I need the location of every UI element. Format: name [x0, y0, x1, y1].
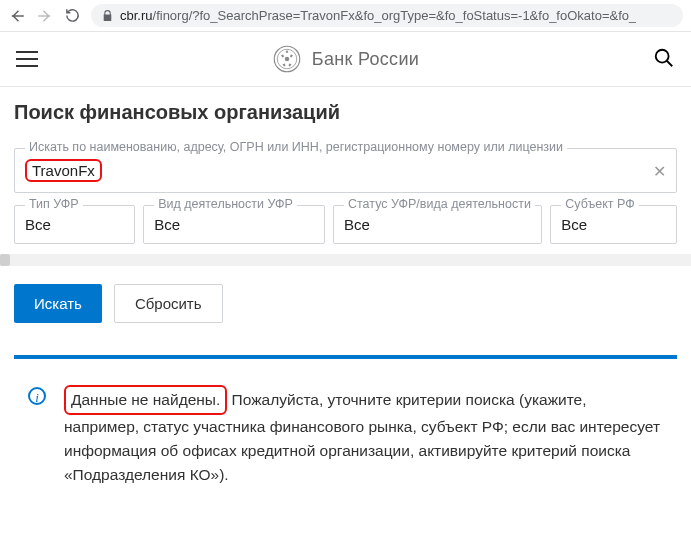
- site-search-button[interactable]: [653, 47, 675, 72]
- not-found-text: Данные не найдены.: [64, 385, 227, 415]
- brand-title: Банк России: [312, 49, 419, 70]
- search-label: Искать по наименованию, адресу, ОГРН или…: [25, 140, 567, 154]
- address-bar[interactable]: cbr.ru/finorg/?fo_SearchPrase=TravonFx&f…: [91, 4, 683, 27]
- search-button[interactable]: Искать: [14, 284, 102, 323]
- page-title: Поиск финансовых организаций: [14, 101, 677, 124]
- hamburger-icon: [16, 51, 38, 53]
- lock-icon: [101, 9, 114, 22]
- scroll-thumb[interactable]: [0, 254, 10, 266]
- filter-type-label: Тип УФР: [25, 197, 83, 211]
- cbr-logo-icon: [272, 44, 302, 74]
- filter-status-label: Статус УФР/вида деятельности: [344, 197, 535, 211]
- site-header: Банк России: [0, 32, 691, 87]
- arrow-left-icon: [8, 7, 26, 25]
- svg-point-3: [656, 49, 669, 62]
- info-icon: i: [28, 387, 46, 405]
- filter-activity-label: Вид деятельности УФР: [154, 197, 297, 211]
- filter-activity-value: Все: [154, 216, 180, 233]
- close-icon: ✕: [653, 162, 666, 179]
- horizontal-scrollbar[interactable]: [0, 254, 691, 266]
- search-value: TravonFx: [25, 162, 102, 179]
- filter-type[interactable]: Тип УФР Все: [14, 205, 135, 244]
- filter-activity[interactable]: Вид деятельности УФР Все: [143, 205, 325, 244]
- action-buttons: Искать Сбросить: [14, 284, 677, 323]
- search-icon: [653, 47, 675, 69]
- url-text: cbr.ru/finorg/?fo_SearchPrase=TravonFx&f…: [120, 8, 636, 23]
- clear-search-button[interactable]: ✕: [653, 161, 666, 180]
- search-value-highlight: TravonFx: [25, 159, 102, 182]
- reload-icon: [64, 7, 81, 24]
- page-content: Поиск финансовых организаций Искать по н…: [0, 87, 691, 499]
- filter-region-value: Все: [561, 216, 587, 233]
- brand: Банк России: [272, 44, 419, 74]
- filter-region[interactable]: Субъект РФ Все: [550, 205, 677, 244]
- filter-type-value: Все: [25, 216, 51, 233]
- forward-button[interactable]: [36, 7, 54, 25]
- search-field[interactable]: Искать по наименованию, адресу, ОГРН или…: [14, 148, 677, 193]
- filter-status[interactable]: Статус УФР/вида деятельности Все: [333, 205, 542, 244]
- no-results-alert: i Данные не найдены. Пожалуйста, уточнит…: [14, 355, 677, 499]
- reset-button[interactable]: Сбросить: [114, 284, 223, 323]
- back-button[interactable]: [8, 7, 26, 25]
- browser-toolbar: cbr.ru/finorg/?fo_SearchPrase=TravonFx&f…: [0, 0, 691, 32]
- filters-row: Тип УФР Все Вид деятельности УФР Все Ста…: [14, 205, 677, 244]
- filter-status-value: Все: [344, 216, 370, 233]
- menu-button[interactable]: [16, 51, 38, 67]
- arrow-right-icon: [36, 7, 54, 25]
- reload-button[interactable]: [64, 7, 81, 24]
- filter-region-label: Субъект РФ: [561, 197, 638, 211]
- svg-point-2: [285, 57, 290, 62]
